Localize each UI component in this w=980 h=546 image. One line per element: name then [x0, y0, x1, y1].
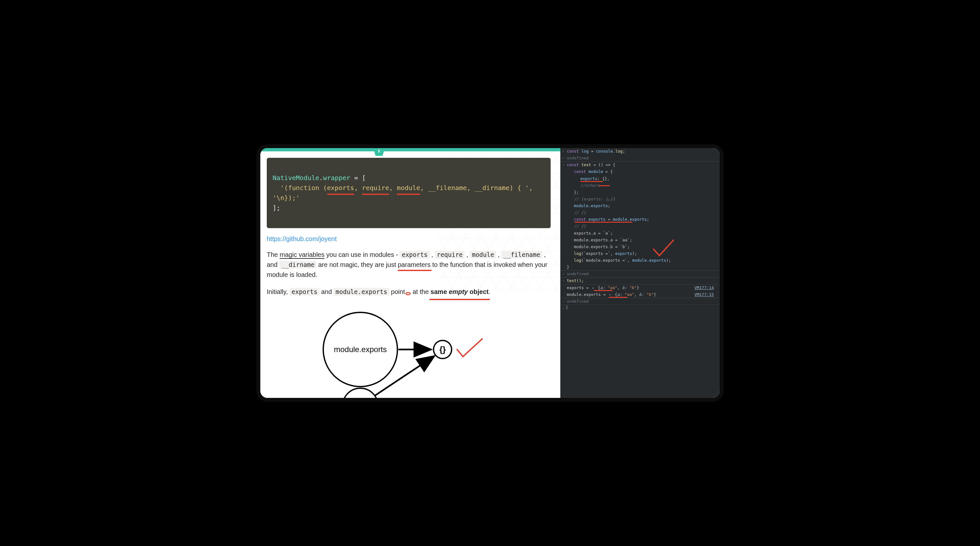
- object-preview[interactable]: {a: "aa", b: "b"}: [598, 285, 639, 290]
- code-chip: module: [470, 251, 496, 258]
- log-label: module.exports =: [567, 292, 608, 297]
- code-token: __filename: [428, 184, 467, 192]
- console-output-line: ‹ undefined: [560, 298, 720, 305]
- console-input-line: // {}: [560, 223, 720, 230]
- text: are not magic, they are just: [318, 261, 398, 268]
- svg-point-3: [342, 388, 378, 398]
- code-token: exports: [327, 183, 354, 193]
- code-chip: module.exports: [334, 288, 389, 296]
- article-pane: NativeModule.wrapper = [ '(function (exp…: [260, 148, 560, 398]
- tok: // {}: [574, 224, 586, 228]
- log-label: exports =: [567, 285, 591, 290]
- emphasis-text: same empty object: [431, 287, 489, 297]
- chevron-right-icon: ›: [562, 162, 565, 167]
- code-token: .: [319, 174, 323, 181]
- tok: test: [581, 162, 591, 167]
- console-input-line: › const test = () => {: [560, 162, 720, 169]
- code-token: ,: [389, 184, 397, 192]
- red-underlined-text: parameters: [398, 260, 430, 270]
- code-token: wrapper: [323, 174, 350, 181]
- console-input-line: module.exports.b = `b`;: [560, 244, 720, 250]
- tok: exports: [580, 176, 597, 181]
- red-underline-annotation-icon: [594, 290, 612, 291]
- chevron-right-icon: ›: [562, 149, 565, 154]
- console-output-line: ‹ undefined: [560, 271, 720, 277]
- triangle-right-icon[interactable]: ▸: [609, 292, 612, 297]
- console-input-line: const exports = module.exports;: [560, 216, 720, 223]
- devtools-console[interactable]: › const log = console.log; ‹ undefined ›…: [560, 148, 720, 398]
- console-input-line: › test();: [560, 277, 720, 284]
- paragraph-1: The magic variables you can use in modul…: [267, 250, 550, 280]
- text: empty: [449, 288, 468, 295]
- chevron-right-icon: ›: [562, 278, 565, 283]
- console-input-line: module.exports.a = `aa`;: [560, 237, 720, 244]
- red-circle-annotation-icon: [406, 292, 410, 295]
- tok: test();: [567, 278, 584, 283]
- code-chip: __filename: [501, 251, 542, 258]
- tok: // {exports: {…}}: [574, 196, 615, 201]
- article-scroll[interactable]: NativeModule.wrapper = [ '(function (exp…: [260, 151, 560, 398]
- text: The: [267, 251, 280, 258]
- chevron-left-icon: ‹: [562, 271, 565, 277]
- tok: log: [616, 149, 623, 154]
- code-token: require: [362, 183, 389, 193]
- tok: module.exports.a = `aa`;: [574, 237, 632, 242]
- code-chip: require: [435, 251, 465, 258]
- tok: exports: [630, 217, 647, 222]
- code-token: ,: [354, 184, 362, 192]
- tok: const: [574, 217, 586, 222]
- code-token: ) { ',: [510, 184, 533, 192]
- console-input-line: //others: [560, 182, 720, 189]
- tok: module: [612, 217, 627, 222]
- tok: log: [574, 258, 581, 263]
- tok: = () => {: [591, 162, 615, 167]
- chevron-left-icon: ‹: [562, 156, 565, 161]
- red-underline-annotation-icon: [599, 185, 610, 186]
- code-chip: exports: [290, 288, 319, 296]
- tok: module: [574, 203, 589, 208]
- console-input-line: // {exports: {…}}: [560, 196, 720, 203]
- tok: ;: [622, 149, 625, 154]
- text: you can use in modules -: [325, 251, 400, 258]
- diagram-label-module-exports: module.exports: [334, 345, 387, 354]
- tok: = {: [603, 169, 612, 174]
- tok: exports: [591, 203, 608, 208]
- console-prompt[interactable]: ›: [560, 305, 720, 312]
- console-input-line: module.exports;: [560, 203, 720, 209]
- text: .: [489, 288, 491, 295]
- undefined-value: undefined: [567, 156, 589, 161]
- tok: console: [596, 149, 613, 154]
- triangle-right-icon[interactable]: ▸: [592, 285, 595, 290]
- vm-source-link[interactable]: VM177:15: [695, 292, 714, 298]
- object-preview[interactable]: {a: "aa", b: "b"}: [615, 292, 656, 297]
- vm-source-link[interactable]: VM177:14: [695, 285, 714, 291]
- tok: .: [613, 149, 616, 154]
- text: Initially,: [267, 288, 290, 295]
- source-link[interactable]: https://github.com/joyent: [267, 235, 337, 242]
- console-input-line: log(`exports =`, exports);: [560, 250, 720, 257]
- tok: module.exports.b = `b`;: [574, 244, 630, 249]
- text: and: [321, 288, 334, 295]
- tok: log: [581, 149, 589, 154]
- console-input-line: › const log = console.log;: [560, 148, 720, 155]
- console-log-line: VM177:14 exports = ▸ {a: "aa", b: "b"}: [560, 285, 720, 291]
- paragraph-2: Initially, exports and module.exports po…: [267, 287, 550, 297]
- console-input-line: };: [560, 189, 720, 196]
- red-check-icon: [457, 339, 482, 357]
- pointer-diagram: module.exports {} exports: [267, 306, 550, 398]
- tok: //others: [580, 183, 600, 188]
- tok: );: [666, 258, 671, 263]
- code-token: = [: [350, 174, 366, 181]
- tok: const: [567, 162, 579, 167]
- tok: };: [574, 190, 579, 194]
- text: point: [391, 288, 405, 295]
- tok: // {}: [574, 210, 586, 215]
- tok: (`module.exports =`,: [581, 258, 632, 263]
- tok: log: [574, 251, 581, 256]
- console-input-line: // {}: [560, 209, 720, 216]
- code-token: ,: [467, 184, 474, 192]
- diagram-label-empty-object: {}: [439, 345, 446, 354]
- code-token: '(function (: [272, 184, 327, 192]
- code-token: NativeModule: [272, 174, 319, 181]
- code-token: ,: [420, 184, 428, 192]
